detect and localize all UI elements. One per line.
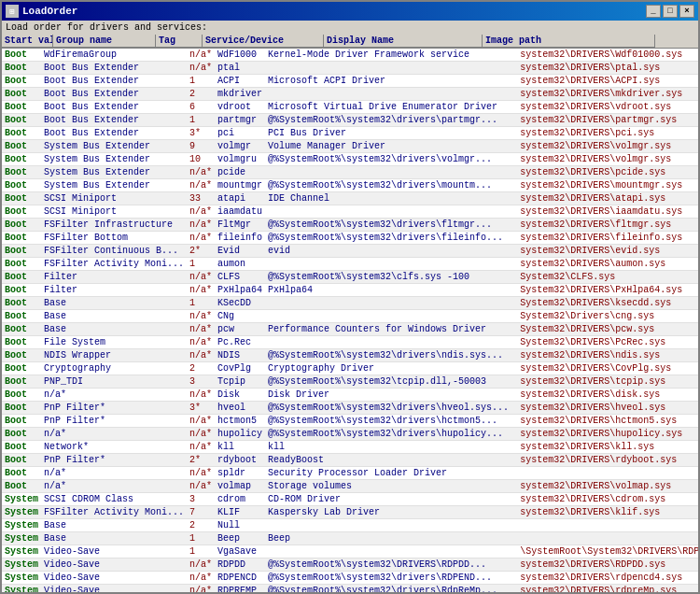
table-row[interactable]: SystemVideo-Saven/a*RDPREMP@%SystemRoot%… — [2, 585, 698, 593]
table-cell: rdyboot — [215, 454, 265, 467]
col-service-device[interactable]: Service/Device — [203, 35, 324, 48]
col-group-name[interactable]: Group name — [53, 35, 156, 48]
table-cell: Boot — [2, 219, 41, 232]
table-cell: Boot — [2, 166, 41, 179]
table-cell: Boot — [2, 258, 41, 271]
table-row[interactable]: Bootn/a*n/a*volmapStorage volumessystem3… — [2, 480, 698, 493]
table-cell: Boot — [2, 467, 41, 480]
table-row[interactable]: BootBase1KSecDDSystem32\DRIVERS\ksecdd.s… — [2, 297, 698, 310]
table-container[interactable]: BootWdFiremaGroupn/a*WdF1000Kernel-Mode … — [2, 49, 698, 592]
table-row[interactable]: BootSystem Bus Extendern/a*pcidesystem32… — [2, 166, 698, 179]
table-cell: kll — [265, 441, 517, 454]
table-cell: n/a* — [187, 205, 215, 219]
table-cell: Evid — [215, 245, 265, 258]
maximize-button[interactable]: □ — [663, 5, 678, 18]
column-headers: Start value Group name Tag Service/Devic… — [2, 35, 698, 49]
table-row[interactable]: BootFiltern/a*PxHlpa64PxHlpa64System32\D… — [2, 284, 698, 297]
table-cell: n/a* — [41, 428, 187, 441]
minimize-button[interactable]: _ — [646, 5, 661, 18]
table-cell: aumon — [215, 258, 265, 271]
table-cell: CD-ROM Driver — [265, 493, 517, 506]
table-row[interactable]: BootFSFilter Infrastructuren/a*FltMgr@%S… — [2, 219, 698, 232]
table-cell: Boot — [2, 428, 41, 441]
table-row[interactable]: BootCryptography2CovPlgCryptography Driv… — [2, 362, 698, 375]
table-cell: Boot Bus Extender — [41, 88, 187, 101]
table-row[interactable]: BootSystem Bus Extender10volmgru@%System… — [2, 153, 698, 166]
table-cell: Boot Bus Extender — [41, 75, 187, 88]
table-cell: system32\DRIVERS\RDPDD.sys — [517, 559, 698, 572]
table-cell: 33 — [187, 192, 215, 205]
table-row[interactable]: BootPNP_TDI3Tcpip@%SystemRoot%\system32\… — [2, 375, 698, 389]
table-cell: spldr — [215, 467, 265, 480]
table-row[interactable]: BootBasen/a*CNgSystem32\Drivers\cng.sys — [2, 310, 698, 323]
table-row[interactable]: Bootn/a*n/a*DiskDisk Driversystem32\DRIV… — [2, 389, 698, 402]
table-row[interactable]: BootBasen/a*pcwPerformance Counters for … — [2, 323, 698, 336]
table-row[interactable]: SystemVideo-Saven/a*RDPDD@%SystemRoot%\s… — [2, 559, 698, 572]
table-row[interactable]: SystemFSFilter Activity Moni...7KLIFKasp… — [2, 506, 698, 519]
table-cell — [265, 205, 517, 219]
table-cell: 2 — [187, 88, 215, 101]
table-row[interactable]: BootSystem Bus Extender9volmgrVolume Man… — [2, 140, 698, 153]
col-display-name[interactable]: Display Name — [324, 35, 483, 48]
table-cell: system32\DRIVERS\partmgr.sys — [517, 114, 698, 127]
table-row[interactable]: SystemVideo-Saven/a*RDPENCD@%SystemRoot%… — [2, 572, 698, 585]
table-cell: n/a* — [187, 219, 215, 232]
table-row[interactable]: BootFiltern/a*CLFS@%SystemRoot%\system32… — [2, 271, 698, 284]
table-cell: Network* — [41, 441, 187, 454]
table-row[interactable]: BootBoot Bus Extender6vdrootMicrosoft Vi… — [2, 101, 698, 114]
table-row[interactable]: BootSystem Bus Extendern/a*mountmgr@%Sys… — [2, 179, 698, 192]
window-controls[interactable]: _ □ × — [646, 5, 694, 18]
col-image-path[interactable]: Image path — [483, 35, 655, 48]
table-cell: Boot — [2, 402, 41, 415]
table-cell: RDPDD — [215, 559, 265, 572]
col-start-value[interactable]: Start value — [2, 35, 53, 48]
table-cell: Boot — [2, 480, 41, 493]
table-cell: Video-Save — [41, 585, 187, 593]
table-row[interactable]: BootNDIS Wrappern/a*NDIS@%SystemRoot%\sy… — [2, 349, 698, 362]
table-cell: system32\DRIVERS\mountmgr.sys — [517, 179, 698, 192]
table-cell: Boot — [2, 127, 41, 140]
table-cell: n/a* — [187, 389, 215, 402]
table-row[interactable]: BootSCSI Miniportn/a*iaamdatusystem32\DR… — [2, 205, 698, 219]
close-button[interactable]: × — [679, 5, 694, 18]
table-row[interactable]: BootBoot Bus Extender2mkdriversystem32\D… — [2, 88, 698, 101]
table-row[interactable]: SystemSCSI CDROM Class3cdromCD-ROM Drive… — [2, 493, 698, 506]
table-cell: system32\DRIVERS\Wdf01000.sys — [517, 49, 698, 62]
table-cell: system32\DRIVERS\atapi.sys — [517, 192, 698, 205]
table-row[interactable]: BootPnP Filter*n/a*hctmon5@%SystemRoot%\… — [2, 415, 698, 428]
table-cell: SCSI Miniport — [41, 205, 187, 219]
table-row[interactable]: BootPnP Filter*2*rdybootReadyBoostsystem… — [2, 454, 698, 467]
table-row[interactable]: BootWdFiremaGroupn/a*WdF1000Kernel-Mode … — [2, 49, 698, 62]
table-cell: n/a* — [187, 179, 215, 192]
table-row[interactable]: BootNetwork*n/a*kllkllsystem32\DRIVERS\k… — [2, 441, 698, 454]
table-row[interactable]: SystemBase1BeepBeep — [2, 532, 698, 545]
table-cell: Boot — [2, 101, 41, 114]
col-tag[interactable]: Tag — [156, 35, 203, 48]
table-cell: system32\DRIVERS\rdpencd4.sys — [517, 572, 698, 585]
table-row[interactable]: BootFile Systemn/a*Pc.RecSystem32\DRIVER… — [2, 336, 698, 349]
table-cell: FSFilter Activity Moni... — [41, 506, 187, 519]
table-cell: @%SystemRoot%\system32\tcpip.dll,-50003 — [265, 375, 517, 389]
table-cell — [265, 519, 517, 532]
table-row[interactable]: BootSCSI Miniport33atapiIDE Channelsyste… — [2, 192, 698, 205]
table-row[interactable]: BootBoot Bus Extender3*pciPCI Bus Driver… — [2, 127, 698, 140]
table-row[interactable]: Bootn/a*n/a*spldrSecurity Processor Load… — [2, 467, 698, 480]
table-cell: n/a* — [187, 415, 215, 428]
table-cell: System — [2, 559, 41, 572]
table-row[interactable]: BootFSFilter Continuous B...2*Evidevidsy… — [2, 245, 698, 258]
table-row[interactable]: BootBoot Bus Extender1ACPIMicrosoft ACPI… — [2, 75, 698, 88]
table-row[interactable]: Bootn/a*n/a*hupolicy@%SystemRoot%\system… — [2, 428, 698, 441]
table-cell: n/a* — [187, 572, 215, 585]
table-row[interactable]: BootFSFilter Activity Moni...1aumonsyste… — [2, 258, 698, 271]
table-cell: volmgru — [215, 153, 265, 166]
table-row[interactable]: SystemBase2Null — [2, 519, 698, 532]
table-cell: ReadyBoost — [265, 454, 517, 467]
table-cell: PCI Bus Driver — [265, 127, 517, 140]
table-row[interactable]: BootBoot Bus Extender1partmgr@%SystemRoo… — [2, 114, 698, 127]
table-row[interactable]: BootPnP Filter*3*hveol@%SystemRoot%\syst… — [2, 402, 698, 415]
table-row[interactable]: BootBoot Bus Extendern/a*ptalsystem32\DR… — [2, 62, 698, 75]
table-row[interactable]: BootFSFilter Bottomn/a*fileinfo@%SystemR… — [2, 232, 698, 245]
table-cell: RDPREMP — [215, 585, 265, 593]
table-row[interactable]: SystemVideo-Save1VgaSave\SystemRoot\Syst… — [2, 545, 698, 559]
table-cell: 3 — [187, 493, 215, 506]
